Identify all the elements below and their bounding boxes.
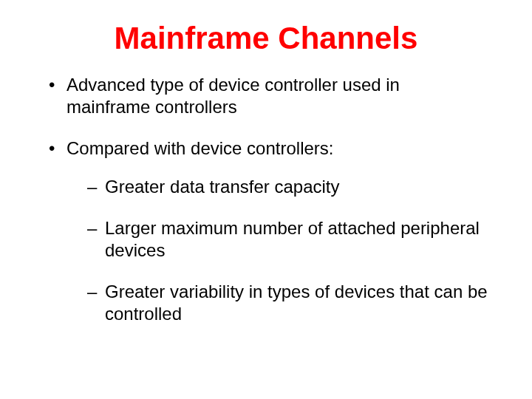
bullet-item: Compared with device controllers: Greate… <box>44 137 488 325</box>
sub-list: Greater data transfer capacity Larger ma… <box>87 176 488 325</box>
bullet-text: Advanced type of device controller used … <box>66 75 400 117</box>
sub-item: Greater variability in types of devices … <box>87 281 488 325</box>
slide-title: Mainframe Channels <box>44 21 488 56</box>
sub-text: Larger maximum number of attached periph… <box>105 218 480 260</box>
sub-text: Greater variability in types of devices … <box>105 282 488 324</box>
sub-text: Greater data transfer capacity <box>105 177 339 197</box>
bullet-item: Advanced type of device controller used … <box>44 74 488 118</box>
bullet-list: Advanced type of device controller used … <box>44 74 488 325</box>
sub-item: Greater data transfer capacity <box>87 176 488 198</box>
sub-item: Larger maximum number of attached periph… <box>87 217 488 262</box>
slide: Mainframe Channels Advanced type of devi… <box>0 0 532 359</box>
bullet-text: Compared with device controllers: <box>66 138 334 158</box>
